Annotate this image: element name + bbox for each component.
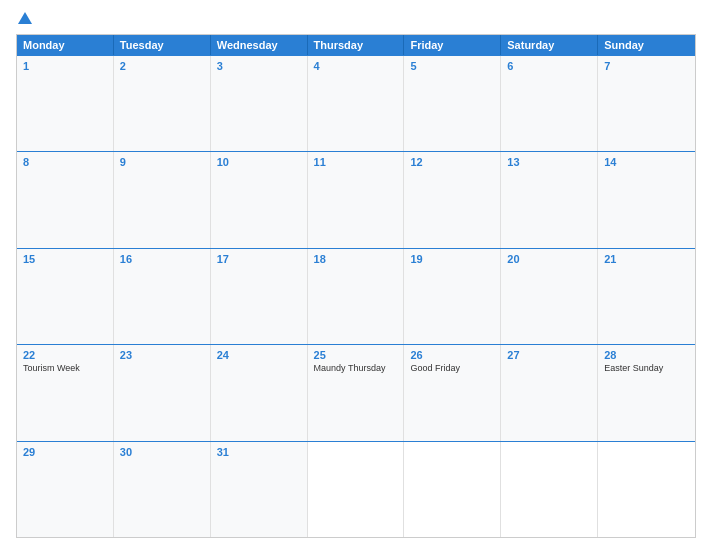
calendar-header-friday: Friday — [404, 35, 501, 55]
day-number: 2 — [120, 60, 204, 72]
day-number: 15 — [23, 253, 107, 265]
calendar-cell: 1 — [17, 56, 114, 151]
calendar-cell: 29 — [17, 442, 114, 537]
day-number: 16 — [120, 253, 204, 265]
logo-block — [16, 12, 32, 26]
calendar-cell: 24 — [211, 345, 308, 440]
day-number: 18 — [314, 253, 398, 265]
calendar-cell — [404, 442, 501, 537]
calendar-header-tuesday: Tuesday — [114, 35, 211, 55]
day-number: 7 — [604, 60, 689, 72]
event-label: Tourism Week — [23, 363, 107, 375]
calendar-week-5: 293031 — [17, 441, 695, 537]
calendar-cell: 8 — [17, 152, 114, 247]
day-number: 25 — [314, 349, 398, 361]
calendar-cell: 19 — [404, 249, 501, 344]
calendar-cell: 11 — [308, 152, 405, 247]
day-number: 20 — [507, 253, 591, 265]
day-number: 24 — [217, 349, 301, 361]
day-number: 9 — [120, 156, 204, 168]
logo-triangle-icon — [18, 12, 32, 24]
day-number: 21 — [604, 253, 689, 265]
calendar-cell: 22Tourism Week — [17, 345, 114, 440]
calendar-header-saturday: Saturday — [501, 35, 598, 55]
calendar-cell: 21 — [598, 249, 695, 344]
calendar-cell: 5 — [404, 56, 501, 151]
calendar-cell: 2 — [114, 56, 211, 151]
header — [16, 12, 696, 26]
calendar-cell: 15 — [17, 249, 114, 344]
calendar-header-sunday: Sunday — [598, 35, 695, 55]
calendar-cell: 30 — [114, 442, 211, 537]
day-number: 29 — [23, 446, 107, 458]
event-label: Maundy Thursday — [314, 363, 398, 375]
calendar-cell: 20 — [501, 249, 598, 344]
calendar-week-3: 15161718192021 — [17, 248, 695, 344]
calendar-cell: 27 — [501, 345, 598, 440]
day-number: 5 — [410, 60, 494, 72]
calendar-cell — [598, 442, 695, 537]
calendar-header-wednesday: Wednesday — [211, 35, 308, 55]
day-number: 17 — [217, 253, 301, 265]
day-number: 14 — [604, 156, 689, 168]
logo-row1 — [16, 12, 32, 26]
calendar-cell: 16 — [114, 249, 211, 344]
calendar-cell: 18 — [308, 249, 405, 344]
logo — [16, 12, 32, 26]
day-number: 19 — [410, 253, 494, 265]
day-number: 27 — [507, 349, 591, 361]
day-number: 30 — [120, 446, 204, 458]
day-number: 3 — [217, 60, 301, 72]
day-number: 26 — [410, 349, 494, 361]
calendar-cell: 17 — [211, 249, 308, 344]
calendar-cell: 25Maundy Thursday — [308, 345, 405, 440]
calendar-cell: 4 — [308, 56, 405, 151]
calendar-cell: 26Good Friday — [404, 345, 501, 440]
day-number: 4 — [314, 60, 398, 72]
calendar-body: 12345678910111213141516171819202122Touri… — [17, 55, 695, 537]
day-number: 13 — [507, 156, 591, 168]
calendar-cell: 10 — [211, 152, 308, 247]
calendar-grid: MondayTuesdayWednesdayThursdayFridaySatu… — [16, 34, 696, 538]
day-number: 28 — [604, 349, 689, 361]
calendar-cell — [501, 442, 598, 537]
calendar-cell: 9 — [114, 152, 211, 247]
day-number: 23 — [120, 349, 204, 361]
calendar-cell: 31 — [211, 442, 308, 537]
calendar-week-4: 22Tourism Week232425Maundy Thursday26Goo… — [17, 344, 695, 440]
calendar-cell: 12 — [404, 152, 501, 247]
calendar-cell: 7 — [598, 56, 695, 151]
event-label: Easter Sunday — [604, 363, 689, 375]
calendar-header-thursday: Thursday — [308, 35, 405, 55]
calendar-cell — [308, 442, 405, 537]
calendar-week-1: 1234567 — [17, 55, 695, 151]
calendar-cell: 28Easter Sunday — [598, 345, 695, 440]
calendar-cell: 13 — [501, 152, 598, 247]
day-number: 6 — [507, 60, 591, 72]
day-number: 22 — [23, 349, 107, 361]
calendar-header-monday: Monday — [17, 35, 114, 55]
calendar-cell: 23 — [114, 345, 211, 440]
day-number: 11 — [314, 156, 398, 168]
calendar-cell: 6 — [501, 56, 598, 151]
calendar-cell: 14 — [598, 152, 695, 247]
day-number: 10 — [217, 156, 301, 168]
calendar-page: MondayTuesdayWednesdayThursdayFridaySatu… — [0, 0, 712, 550]
day-number: 31 — [217, 446, 301, 458]
day-number: 8 — [23, 156, 107, 168]
event-label: Good Friday — [410, 363, 494, 375]
calendar-header-row: MondayTuesdayWednesdayThursdayFridaySatu… — [17, 35, 695, 55]
day-number: 1 — [23, 60, 107, 72]
calendar-cell: 3 — [211, 56, 308, 151]
calendar-week-2: 891011121314 — [17, 151, 695, 247]
day-number: 12 — [410, 156, 494, 168]
